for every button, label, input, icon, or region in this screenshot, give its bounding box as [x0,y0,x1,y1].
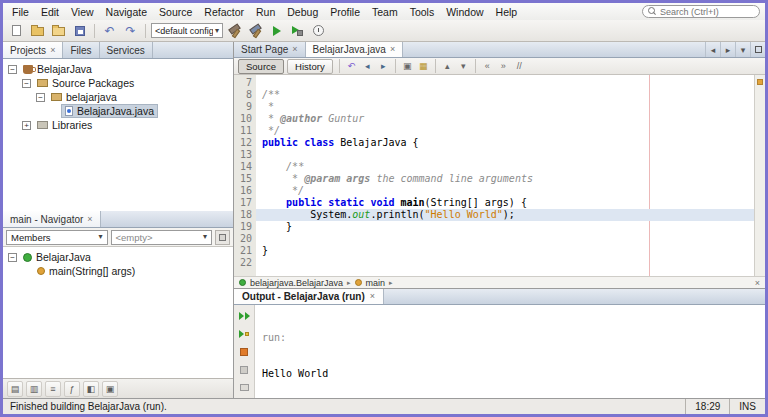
tree-node-java-file[interactable]: BelajarJava.java [3,104,233,118]
line-number[interactable]: 11 [234,125,256,137]
menu-refactor[interactable]: Refactor [198,5,250,19]
collapse-icon[interactable]: − [36,93,45,102]
tab-services[interactable]: Services [100,42,153,58]
tree-node-package[interactable]: − belajarjava [3,90,233,104]
tab-start-page[interactable]: Start Page × [234,42,306,57]
history-view-button[interactable]: History [287,59,333,74]
line-number[interactable]: 16 [234,185,256,197]
quick-search-box[interactable] [642,5,760,18]
tab-list-icon[interactable]: ▾ [735,42,750,57]
tab-scroll-left-icon[interactable]: ◂ [705,42,720,57]
line-number[interactable]: 13 [234,149,256,161]
menu-tools[interactable]: Tools [404,5,441,19]
menu-source[interactable]: Source [153,5,198,19]
breadcrumb-method[interactable]: main [366,278,386,288]
tree-node-source-packages[interactable]: − Source Packages [3,76,233,90]
close-icon[interactable]: × [50,46,55,55]
menu-window[interactable]: Window [440,5,489,19]
collapse-icon[interactable]: − [8,65,17,74]
redo-button[interactable]: ↷ [121,21,140,40]
previous-occurrence-icon[interactable]: ▴ [440,59,455,73]
menu-debug[interactable]: Debug [281,5,324,19]
comment-icon[interactable]: // [512,59,527,73]
navigator-node-method[interactable]: main(String[] args) [3,264,233,278]
back-icon[interactable]: ◂ [360,59,375,73]
line-number[interactable]: 18 [234,209,256,221]
line-number[interactable]: 21 [234,245,256,257]
navigator-node-class[interactable]: − BelajarJava [3,250,233,264]
menu-profile[interactable]: Profile [324,5,366,19]
source-view-button[interactable]: Source [238,59,284,74]
line-number[interactable]: 19 [234,221,256,233]
members-view-dropdown[interactable]: Members ▾ [6,230,108,245]
new-project-button[interactable] [28,21,47,40]
shift-right-icon[interactable]: » [496,59,511,73]
output-text[interactable]: run: Hello World BUILD SUCCESSFUL (total… [255,305,765,398]
filter-state-dropdown[interactable]: <empty> ▾ [111,230,213,245]
highlight-icon[interactable]: ▦ [416,59,431,73]
navigator-settings-button[interactable] [215,230,230,245]
line-number[interactable]: 14 [234,161,256,173]
profile-project-button[interactable] [309,21,328,40]
collapse-icon[interactable]: − [8,253,17,262]
breadcrumb-class[interactable]: belajarjava.BelajarJava [250,278,343,288]
show-static-filter-button[interactable]: ≡ [45,381,61,397]
line-number[interactable]: 12 [234,137,256,149]
show-fields-filter-button[interactable]: ▥ [26,381,42,397]
debug-project-button[interactable] [288,21,307,40]
warning-mark-icon[interactable] [757,79,763,85]
tab-belajarjava-java[interactable]: BelajarJava.java × [306,42,404,57]
forward-icon[interactable]: ▸ [376,59,391,73]
clear-output-button[interactable] [237,363,252,376]
tab-navigator[interactable]: main - Navigator × [3,211,101,227]
next-occurrence-icon[interactable]: ▾ [456,59,471,73]
menu-run[interactable]: Run [250,5,281,19]
output-settings-button[interactable] [237,381,252,394]
expand-icon[interactable]: + [22,121,31,130]
line-number[interactable]: 8 [234,89,256,101]
close-icon[interactable]: × [370,292,375,301]
menu-navigate[interactable]: Navigate [100,5,153,19]
config-dropdown[interactable]: <default config> ▾ [151,23,223,38]
maximize-icon[interactable] [750,42,765,57]
line-number[interactable]: 17 [234,197,256,209]
show-non-public-filter-button[interactable]: ƒ [64,381,80,397]
error-stripe[interactable] [754,75,765,276]
menu-team[interactable]: Team [366,5,404,19]
tree-node-libraries[interactable]: + Libraries [3,118,233,132]
line-number[interactable]: 22 [234,257,256,269]
close-icon[interactable]: × [390,45,395,54]
new-file-button[interactable] [7,21,26,40]
line-number[interactable]: 7 [234,77,256,89]
tab-files[interactable]: Files [63,42,99,58]
save-all-button[interactable] [70,21,89,40]
search-input[interactable] [660,7,754,17]
menu-help[interactable]: Help [490,5,524,19]
line-number[interactable]: 9 [234,101,256,113]
clean-build-button[interactable] [246,21,265,40]
collapse-icon[interactable]: − [22,79,31,88]
open-project-button[interactable] [49,21,68,40]
close-icon[interactable]: × [292,45,297,54]
stop-button[interactable] [237,345,252,358]
rerun-with-changes-button[interactable] [237,327,252,340]
build-project-button[interactable] [225,21,244,40]
last-edit-icon[interactable]: ↶ [344,59,359,73]
run-project-button[interactable] [267,21,286,40]
tab-scroll-right-icon[interactable]: ▸ [720,42,735,57]
line-number[interactable]: 10 [234,113,256,125]
tab-projects[interactable]: Projects × [3,42,63,58]
line-number[interactable]: 15 [234,173,256,185]
shift-left-icon[interactable]: « [480,59,495,73]
close-icon[interactable]: × [87,215,92,224]
code-editor[interactable]: 7 8/** 9 * 10 * @author Guntur 11 */ 12p… [234,75,765,276]
line-number[interactable]: 20 [234,233,256,245]
menu-view[interactable]: View [65,5,100,19]
sort-by-source-button[interactable]: ▣ [102,381,118,397]
undo-button[interactable]: ↶ [100,21,119,40]
show-inherited-filter-button[interactable]: ▤ [7,381,23,397]
close-icon[interactable]: × [755,278,760,288]
rerun-button[interactable] [237,309,252,322]
sort-alphabetically-button[interactable]: ◧ [83,381,99,397]
menu-edit[interactable]: Edit [35,5,65,19]
